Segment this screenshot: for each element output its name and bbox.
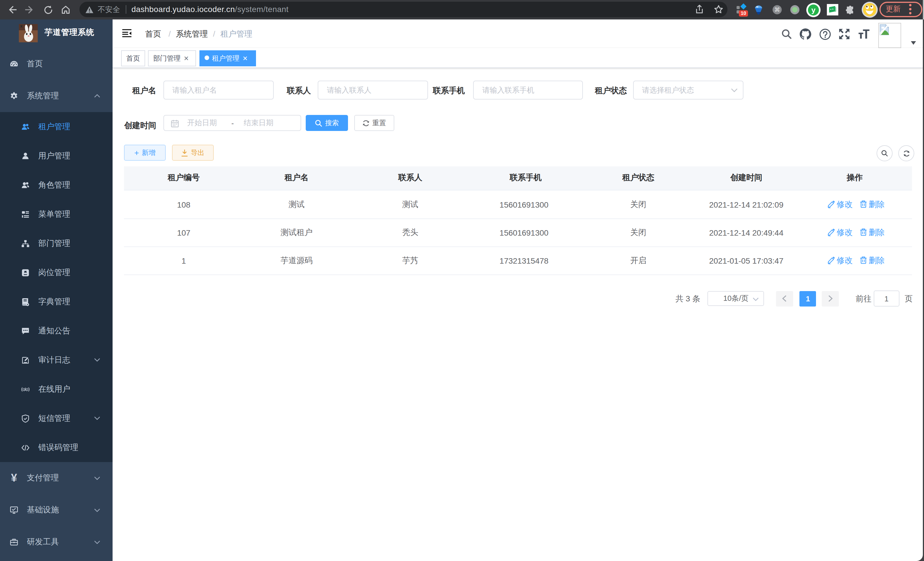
svg-text:y: y	[811, 5, 815, 14]
svg-text:⌘: ⌘	[774, 7, 780, 13]
